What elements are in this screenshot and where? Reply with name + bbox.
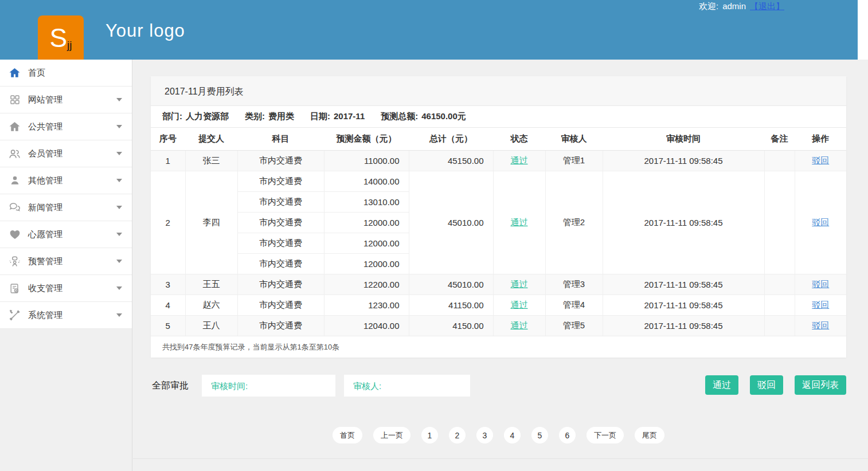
info-total-value: 46150.00元 [421, 111, 466, 121]
logo[interactable]: S jj [38, 15, 84, 60]
home-icon [7, 66, 22, 80]
approval-bar: 全部审批 通过驳回返回列表 [151, 375, 846, 397]
amount-cell: 12000.00 [324, 253, 409, 274]
username: admin [722, 1, 746, 11]
house-icon [7, 120, 22, 134]
action-link[interactable]: 驳回 [812, 155, 829, 165]
status-link[interactable]: 通过 [511, 320, 528, 330]
subject-cell: 市内交通费 [237, 150, 324, 171]
info-category: 类别:费用类 [245, 111, 294, 122]
sidebar-item-home[interactable]: 首页 [0, 60, 132, 87]
status-link[interactable]: 通过 [511, 300, 528, 309]
info-category-value: 费用类 [268, 111, 294, 121]
back-button[interactable]: 返回列表 [795, 375, 846, 395]
submitter-cell: 李四 [185, 171, 237, 274]
auditor-cell: 管理2 [545, 171, 603, 274]
time-cell: 2017-11-11 09:58:45 [603, 171, 764, 274]
sidebar-item-system[interactable]: 系统管理 [0, 302, 132, 329]
info-dept-label: 部门: [162, 111, 182, 121]
sidebar-item-public[interactable]: 公共管理 [0, 113, 132, 140]
time-cell: 2017-11-11 09:58:45 [603, 274, 764, 295]
expense-panel: 2017-11月费用列表 部门:人力资源部类别:费用类日期:2017-11预测总… [151, 76, 846, 358]
sidebar-item-site[interactable]: 网站管理 [0, 87, 132, 113]
auditor-cell: 管理3 [545, 274, 603, 295]
sidebar-item-member[interactable]: 会员管理 [0, 140, 132, 167]
sidebar-item-warning[interactable]: 预警管理 [0, 248, 132, 275]
approve-all-label: 全部审批 [152, 375, 189, 397]
remark-cell [764, 150, 795, 171]
subject-cell: 市内交通费 [237, 212, 324, 233]
grid-icon [7, 93, 22, 107]
table-row: 1张三市内交通费11000.0045150.00通过管理12017-11-11 … [151, 150, 846, 171]
subject-cell: 市内交通费 [237, 295, 324, 315]
remark-cell [764, 171, 795, 274]
sidebar-item-news[interactable]: 新闻管理 [0, 194, 132, 221]
sidebar-item-wish[interactable]: 心愿管理 [0, 221, 132, 248]
reject-button[interactable]: 驳回 [750, 375, 783, 395]
page-next[interactable]: 下一页 [587, 427, 624, 443]
chevron-down-icon [116, 179, 122, 182]
amount-cell: 1230.00 [324, 295, 409, 315]
submitter-cell: 赵六 [185, 295, 237, 315]
page: { "header": { "welcome_prefix": "欢迎:", "… [0, 0, 868, 471]
sidebar-item-finance[interactable]: 收支管理 [0, 275, 132, 302]
chevron-down-icon [116, 313, 122, 317]
submitter-cell: 王八 [185, 315, 237, 336]
action-cell: 驳回 [795, 315, 846, 336]
sidebar-item-other[interactable]: 其他管理 [0, 167, 132, 194]
subject-cell: 市内交通费 [237, 233, 324, 253]
auditor-input[interactable] [344, 375, 470, 397]
page-p1[interactable]: 1 [421, 427, 438, 443]
logo-badge-letter: S [49, 25, 67, 51]
table-row: 3王五市内交通费12200.0045010.00通过管理32017-11-11 … [151, 274, 846, 295]
total-cell: 41150.00 [409, 295, 493, 315]
action-link[interactable]: 驳回 [812, 279, 829, 289]
footer-divider [133, 458, 868, 459]
page-first[interactable]: 首页 [333, 427, 362, 443]
remark-cell [764, 295, 795, 315]
table-header-row: 序号提交人科目预测金额（元）总计（元）状态审核人审核时间备注操作 [151, 128, 846, 150]
page-p6[interactable]: 6 [559, 427, 576, 443]
sidebar-item-label: 公共管理 [28, 121, 62, 132]
chevron-down-icon [116, 260, 122, 263]
column-header-status: 状态 [493, 128, 545, 150]
scrollbar-gutter [858, 0, 868, 60]
audit-time-input[interactable] [202, 375, 335, 397]
status-link[interactable]: 通过 [511, 279, 528, 289]
status-cell: 通过 [493, 150, 545, 171]
seq-cell: 2 [151, 171, 185, 274]
amount-cell: 13010.00 [324, 191, 409, 212]
amount-cell: 11000.00 [324, 150, 409, 171]
column-header-remark: 备注 [764, 128, 795, 150]
submitter-cell: 张三 [185, 150, 237, 171]
amount-cell: 12040.00 [324, 315, 409, 336]
status-link[interactable]: 通过 [511, 217, 528, 227]
page-prev[interactable]: 上一页 [373, 427, 410, 443]
status-link[interactable]: 通过 [511, 155, 528, 165]
action-link[interactable]: 驳回 [812, 217, 829, 227]
subject-cell: 市内交通费 [237, 171, 324, 191]
info-total-label: 预测总额: [381, 111, 418, 121]
pagination: 首页上一页123456下一页尾页 [151, 427, 846, 443]
page-p5[interactable]: 5 [531, 427, 548, 443]
logout-link[interactable]: 【退出】 [750, 1, 784, 11]
sidebar-item-label: 首页 [28, 68, 45, 78]
page-p3[interactable]: 3 [476, 427, 493, 443]
column-header-seq: 序号 [151, 128, 185, 150]
total-cell: 4150.00 [409, 315, 493, 336]
action-link[interactable]: 驳回 [812, 320, 829, 330]
page-last[interactable]: 尾页 [635, 427, 664, 443]
receipt-icon [7, 281, 22, 295]
time-cell: 2017-11-11 09:58:45 [603, 150, 764, 171]
status-cell: 通过 [493, 274, 545, 295]
approve-button[interactable]: 通过 [705, 375, 738, 395]
info-bar: 部门:人力资源部类别:费用类日期:2017-11预测总额:46150.00元 [151, 106, 846, 128]
table-row: 4赵六市内交通费1230.0041150.00通过管理42017-11-11 0… [151, 295, 846, 315]
page-p2[interactable]: 2 [449, 427, 466, 443]
approval-buttons: 通过驳回返回列表 [705, 375, 846, 395]
column-header-submitter: 提交人 [185, 128, 237, 150]
page-p4[interactable]: 4 [504, 427, 521, 443]
total-cell: 45010.00 [409, 274, 493, 295]
action-link[interactable]: 驳回 [812, 300, 829, 309]
chevron-down-icon [116, 125, 122, 128]
